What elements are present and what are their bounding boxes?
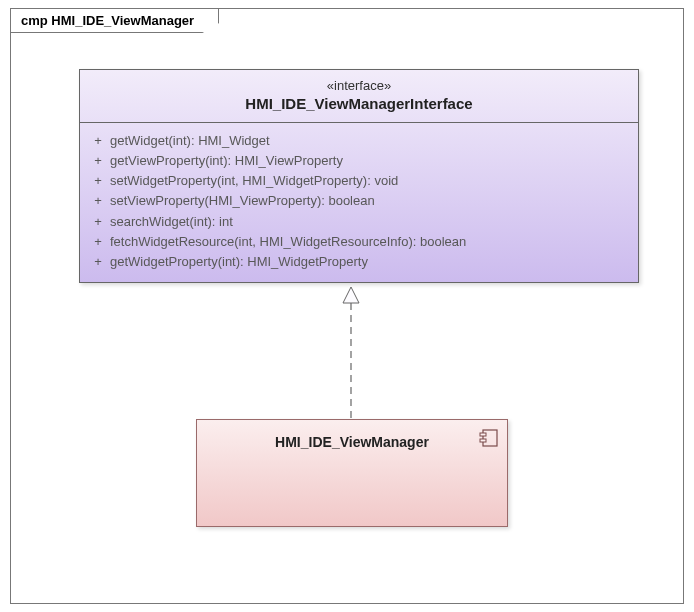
- operation-visibility: +: [86, 131, 110, 151]
- operation-row: + setWidgetProperty(int, HMI_WidgetPrope…: [86, 171, 632, 191]
- operation-visibility: +: [86, 212, 110, 232]
- operations-compartment: + getWidget(int): HMI_Widget + getViewPr…: [80, 123, 638, 282]
- operation-row: + getWidgetProperty(int): HMI_WidgetProp…: [86, 252, 632, 272]
- component-name: HMI_IDE_ViewManager: [197, 420, 507, 450]
- operation-signature: getWidgetProperty(int): HMI_WidgetProper…: [110, 252, 632, 272]
- operation-signature: getViewProperty(int): HMI_ViewProperty: [110, 151, 632, 171]
- interface-name: HMI_IDE_ViewManagerInterface: [84, 95, 634, 112]
- svg-rect-0: [483, 430, 497, 446]
- operation-visibility: +: [86, 232, 110, 252]
- operation-signature: setViewProperty(HMI_ViewProperty): boole…: [110, 191, 632, 211]
- interface-stereotype: «interface»: [84, 78, 634, 93]
- operation-visibility: +: [86, 252, 110, 272]
- svg-rect-2: [480, 439, 486, 442]
- operation-signature: fetchWidgetResource(int, HMI_WidgetResou…: [110, 232, 632, 252]
- triangle-arrowhead-icon: [343, 287, 359, 303]
- operation-row: + setViewProperty(HMI_ViewProperty): boo…: [86, 191, 632, 211]
- component-classifier: HMI_IDE_ViewManager: [196, 419, 508, 527]
- operation-signature: setWidgetProperty(int, HMI_WidgetPropert…: [110, 171, 632, 191]
- interface-header: «interface» HMI_IDE_ViewManagerInterface: [80, 70, 638, 123]
- svg-rect-1: [480, 433, 486, 436]
- operation-visibility: +: [86, 191, 110, 211]
- operation-row: + fetchWidgetResource(int, HMI_WidgetRes…: [86, 232, 632, 252]
- operation-row: + searchWidget(int): int: [86, 212, 632, 232]
- operation-visibility: +: [86, 151, 110, 171]
- interface-classifier: «interface» HMI_IDE_ViewManagerInterface…: [79, 69, 639, 283]
- operation-signature: getWidget(int): HMI_Widget: [110, 131, 632, 151]
- component-icon: [479, 428, 499, 448]
- diagram-frame: cmp HMI_IDE_ViewManager «interface» HMI_…: [10, 8, 684, 604]
- realization-connector: [341, 287, 343, 407]
- frame-label: cmp HMI_IDE_ViewManager: [10, 8, 219, 33]
- operation-visibility: +: [86, 171, 110, 191]
- operation-row: + getViewProperty(int): HMI_ViewProperty: [86, 151, 632, 171]
- operation-row: + getWidget(int): HMI_Widget: [86, 131, 632, 151]
- operation-signature: searchWidget(int): int: [110, 212, 632, 232]
